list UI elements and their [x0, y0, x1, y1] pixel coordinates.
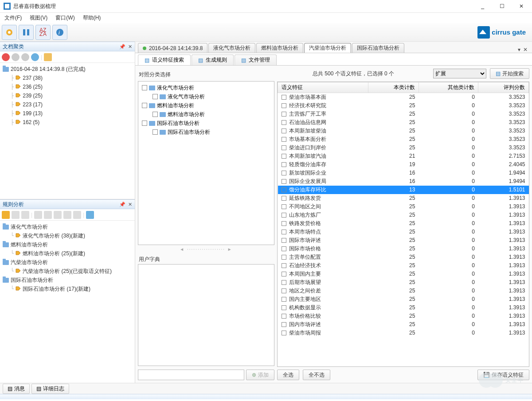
tree-item[interactable]: ├237 (38)	[3, 74, 132, 82]
checkbox[interactable]	[142, 121, 147, 126]
tree-folder[interactable]: 汽柴油市场分析	[3, 258, 132, 267]
row-checkbox[interactable]	[282, 314, 286, 319]
row-checkbox[interactable]	[282, 137, 286, 142]
tab-close-icon[interactable]: ✕	[523, 47, 528, 53]
row-checkbox[interactable]	[282, 246, 286, 251]
row-checkbox[interactable]	[282, 204, 286, 209]
tree-item[interactable]: ├239 (25)	[3, 91, 132, 100]
row-checkbox[interactable]	[282, 171, 286, 175]
checkbox[interactable]	[153, 112, 158, 117]
category-tree-row[interactable]: 液化气市场分析	[140, 92, 272, 101]
settings-button[interactable]	[2, 25, 17, 40]
table-row[interactable]: 市场基本面分析 2503.3523	[278, 135, 529, 144]
tool-icon-4[interactable]	[31, 53, 39, 61]
minimize-button[interactable]: ⎯	[473, 0, 492, 13]
tree-folder[interactable]: 国际石油市场分析	[3, 276, 132, 284]
table-row[interactable]: 本周市场特点 2501.3913	[278, 228, 529, 236]
row-checkbox[interactable]	[282, 120, 286, 125]
tree-item[interactable]: ├223 (17)	[3, 100, 132, 109]
table-row[interactable]: 石油油品信息网 2503.3523	[278, 118, 529, 127]
tab-messages[interactable]: ▤ 消息	[3, 384, 30, 394]
table-row[interactable]: 柴油市场基本面 2503.3523	[278, 93, 529, 101]
row-checkbox[interactable]	[282, 297, 286, 302]
add-term-input[interactable]	[138, 370, 244, 380]
row-checkbox[interactable]	[282, 103, 286, 108]
row-checkbox[interactable]	[282, 255, 286, 260]
row-checkbox[interactable]	[282, 128, 286, 133]
table-row[interactable]: 新加坡国际企业 1601.9494	[278, 169, 529, 177]
doc-tab[interactable]: 汽柴油市场分析	[304, 43, 351, 53]
add-button[interactable]: ⊕添加	[246, 370, 274, 380]
checkbox[interactable]	[142, 85, 147, 90]
tool-icon-1[interactable]	[2, 53, 10, 61]
row-checkbox[interactable]	[282, 179, 286, 184]
row-checkbox[interactable]	[282, 162, 286, 167]
rule-tree[interactable]: 液化气市场分析 └液化气市场分析 (38)(新建)燃料油市场分析 └燃料油市场分…	[0, 221, 135, 383]
rtool-7[interactable]	[63, 211, 71, 219]
menu-file[interactable]: 文件(F)	[4, 14, 22, 22]
table-row[interactable]: 主营单位配置 2501.3913	[278, 253, 529, 261]
table-row[interactable]: 石油经济技术 2501.3913	[278, 261, 529, 270]
table-row[interactable]: 柴油市场周报 2501.3913	[278, 329, 529, 337]
row-checkbox[interactable]	[282, 272, 286, 276]
table-row[interactable]: 山东地方炼厂 2501.3913	[278, 211, 529, 219]
col-score[interactable]: 评判分数	[478, 82, 529, 93]
row-checkbox[interactable]	[282, 154, 286, 159]
table-row[interactable]: 机构数据显示 2501.3913	[278, 304, 529, 312]
category-tree-row[interactable]: 液化气市场分析	[140, 83, 272, 92]
pin-icon[interactable]: 📌	[119, 44, 125, 50]
row-checkbox[interactable]	[282, 221, 286, 226]
row-checkbox[interactable]	[282, 187, 286, 192]
rtool-2[interactable]	[12, 211, 20, 219]
rtool-1[interactable]	[2, 211, 10, 219]
rtool-6[interactable]	[54, 211, 62, 219]
table-row[interactable]: 国际市场评述 2501.3913	[278, 236, 529, 245]
doc-tab[interactable]: 燃料油市场分析	[256, 43, 303, 53]
menu-window[interactable]: 窗口(W)	[55, 14, 74, 22]
checkbox[interactable]	[153, 94, 158, 99]
tree-folder[interactable]: 液化气市场分析	[3, 222, 132, 231]
table-row[interactable]: 延炼铁路发货 2501.3913	[278, 194, 529, 202]
close-panel-icon[interactable]: ✕	[128, 202, 132, 207]
tree-folder[interactable]: 燃料油市场分析	[3, 240, 132, 249]
start-search-button[interactable]: ▤开始搜索	[490, 68, 529, 79]
expand-dropdown[interactable]: 扩展	[433, 69, 486, 78]
table-row[interactable]: 国际企业发展局 1601.9494	[278, 177, 529, 186]
save-features-button[interactable]: 💾保存语义特征	[477, 370, 529, 380]
checkbox[interactable]	[142, 103, 147, 108]
row-checkbox[interactable]	[282, 112, 286, 117]
menu-help[interactable]: 帮助(H)	[83, 14, 101, 22]
tree-item[interactable]: └液化气市场分析 (38)(新建)	[3, 231, 132, 240]
menu-view[interactable]: 视图(V)	[30, 14, 47, 22]
table-row[interactable]: 不同地区之间 2501.3913	[278, 202, 529, 211]
tree-item[interactable]: └燃料油市场分析 (25)(新建)	[3, 249, 132, 258]
table-row[interactable]: 铁路发货价格 2501.3913	[278, 219, 529, 228]
row-checkbox[interactable]	[282, 331, 286, 335]
category-tree-row[interactable]: 燃料油市场分析	[140, 110, 272, 119]
table-row[interactable]: 柴油进口到岸价 2503.3523	[278, 144, 529, 152]
table-row[interactable]: 经济技术研究院 2503.3523	[278, 101, 529, 110]
table-row[interactable]: 馏分油库存环比 1301.5101	[278, 186, 529, 194]
category-tree-row[interactable]: 国际石油市场分析	[140, 128, 272, 136]
tab-detailed-log[interactable]: ▤ 详细日志	[31, 384, 69, 394]
close-button[interactable]: ✕	[512, 0, 531, 13]
table-row[interactable]: 本周国内主要 2501.3913	[278, 270, 529, 278]
doc-tab[interactable]: 液化气市场分析	[208, 43, 255, 53]
tree-item[interactable]: └国际石油市场分析 (17)(新建)	[3, 284, 132, 293]
tool-icon-3[interactable]	[21, 53, 29, 61]
maximize-button[interactable]: ☐	[492, 0, 512, 13]
table-row[interactable]: 国际市场价格 2501.3913	[278, 245, 529, 253]
tree-item[interactable]: ├236 (25)	[3, 82, 132, 91]
table-row[interactable]: 地区之间价差 2501.3913	[278, 287, 529, 295]
table-row[interactable]: 后期市场展望 2501.3913	[278, 278, 529, 287]
pin-icon[interactable]: 📌	[119, 202, 125, 207]
row-checkbox[interactable]	[282, 145, 286, 150]
feature-table[interactable]: 语义特征 本类计数 其他类计数 评判分数 柴油市场基本面 2503.3523 经…	[278, 82, 529, 366]
select-all-button[interactable]: 全选	[277, 370, 299, 380]
splitter[interactable]: ◄ ·················· ►	[138, 247, 274, 251]
tool-icon-2[interactable]	[12, 53, 20, 61]
row-checkbox[interactable]	[282, 288, 286, 293]
row-checkbox[interactable]	[282, 95, 286, 100]
row-checkbox[interactable]	[282, 213, 286, 218]
tool-icon-5[interactable]	[44, 53, 52, 61]
